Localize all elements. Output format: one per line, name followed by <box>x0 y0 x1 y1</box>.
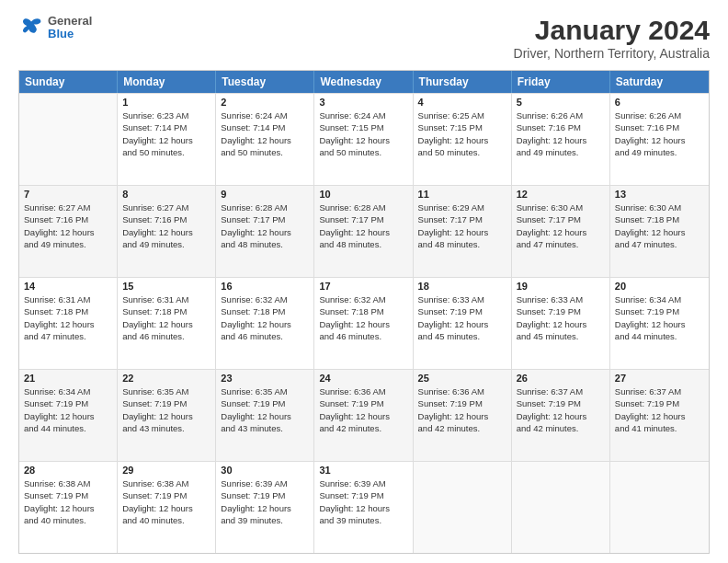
cell-info-line: Sunrise: 6:38 AM <box>122 477 210 489</box>
cell-info-line: Daylight: 12 hours <box>418 226 506 238</box>
cell-info-line: Daylight: 12 hours <box>221 226 309 238</box>
cell-info-line: Sunset: 7:19 PM <box>122 489 210 501</box>
logo-general: General <box>48 15 92 28</box>
calendar-cell: 10Sunrise: 6:28 AMSunset: 7:17 PMDayligh… <box>314 186 413 277</box>
cell-info-line: Daylight: 12 hours <box>517 134 605 146</box>
day-number: 23 <box>221 373 309 384</box>
calendar-cell <box>19 94 118 185</box>
cell-info-line: Daylight: 12 hours <box>517 318 605 330</box>
cell-info-line: and 49 minutes. <box>517 146 605 158</box>
cell-info-line: Sunset: 7:18 PM <box>319 305 407 317</box>
cell-info-line: and 42 minutes. <box>319 422 407 434</box>
cell-info-line: Sunrise: 6:26 AM <box>517 109 605 121</box>
day-number: 16 <box>221 281 309 292</box>
day-number: 4 <box>418 97 506 108</box>
cell-info-line: Sunset: 7:18 PM <box>122 305 210 317</box>
day-header-thursday: Thursday <box>414 71 512 93</box>
cell-info-line: and 40 minutes. <box>122 514 210 526</box>
cell-info-line: Sunrise: 6:28 AM <box>319 201 407 213</box>
day-number: 26 <box>517 373 605 384</box>
cell-info-line: Sunrise: 6:24 AM <box>221 109 309 121</box>
cell-info-line: Daylight: 12 hours <box>615 134 704 146</box>
cell-info-line: and 48 minutes. <box>319 238 407 250</box>
logo: General Blue <box>18 15 92 41</box>
day-number: 14 <box>24 281 112 292</box>
cell-info-line: and 42 minutes. <box>418 422 506 434</box>
day-number: 24 <box>319 373 407 384</box>
calendar-cell: 4Sunrise: 6:25 AMSunset: 7:15 PMDaylight… <box>414 94 512 185</box>
day-number: 22 <box>122 373 210 384</box>
cell-info-line: and 47 minutes. <box>24 330 112 342</box>
cell-info-line: and 48 minutes. <box>418 238 506 250</box>
day-number: 11 <box>418 189 506 200</box>
cell-info-line: Daylight: 12 hours <box>319 134 407 146</box>
calendar-cell: 27Sunrise: 6:37 AMSunset: 7:19 PMDayligh… <box>610 370 709 461</box>
cell-info-line: Sunset: 7:19 PM <box>418 397 506 409</box>
cell-info-line: Sunset: 7:17 PM <box>517 213 605 225</box>
cell-info-line: Sunset: 7:16 PM <box>122 213 210 225</box>
calendar-cell: 19Sunrise: 6:33 AMSunset: 7:19 PMDayligh… <box>512 278 610 369</box>
cell-info-line: Sunrise: 6:23 AM <box>122 109 210 121</box>
day-number: 30 <box>221 465 309 476</box>
day-number: 3 <box>319 97 407 108</box>
cell-info-line: Sunset: 7:19 PM <box>221 489 309 501</box>
calendar-title: January 2024 <box>514 15 710 46</box>
day-number: 21 <box>24 373 112 384</box>
cell-info-line: Daylight: 12 hours <box>122 226 210 238</box>
day-number: 7 <box>24 189 112 200</box>
calendar-cell: 14Sunrise: 6:31 AMSunset: 7:18 PMDayligh… <box>19 278 118 369</box>
calendar-cell <box>414 462 512 553</box>
logo-bird-icon <box>18 15 44 40</box>
cell-info-line: Daylight: 12 hours <box>319 410 407 422</box>
calendar-cell: 30Sunrise: 6:39 AMSunset: 7:19 PMDayligh… <box>216 462 314 553</box>
cell-info-line: and 42 minutes. <box>517 422 605 434</box>
calendar-cell: 8Sunrise: 6:27 AMSunset: 7:16 PMDaylight… <box>118 186 216 277</box>
calendar-header: SundayMondayTuesdayWednesdayThursdayFrid… <box>19 71 709 93</box>
cell-info-line: Daylight: 12 hours <box>122 318 210 330</box>
cell-info-line: Daylight: 12 hours <box>221 318 309 330</box>
cell-info-line: Sunrise: 6:35 AM <box>221 385 309 397</box>
calendar-cell: 1Sunrise: 6:23 AMSunset: 7:14 PMDaylight… <box>118 94 216 185</box>
cell-info-line: Sunrise: 6:30 AM <box>517 201 605 213</box>
day-number: 17 <box>319 281 407 292</box>
calendar-cell: 20Sunrise: 6:34 AMSunset: 7:19 PMDayligh… <box>610 278 709 369</box>
cell-info-line: Daylight: 12 hours <box>221 134 309 146</box>
cell-info-line: and 46 minutes. <box>221 330 309 342</box>
day-number: 12 <box>517 189 605 200</box>
day-number: 31 <box>319 465 407 476</box>
cell-info-line: and 45 minutes. <box>517 330 605 342</box>
calendar-cell: 6Sunrise: 6:26 AMSunset: 7:16 PMDaylight… <box>610 94 709 185</box>
cell-info-line: Daylight: 12 hours <box>517 226 605 238</box>
cell-info-line: Sunset: 7:16 PM <box>517 121 605 133</box>
calendar-body: 1Sunrise: 6:23 AMSunset: 7:14 PMDaylight… <box>19 93 709 553</box>
calendar-cell: 3Sunrise: 6:24 AMSunset: 7:15 PMDaylight… <box>314 94 413 185</box>
day-number: 6 <box>615 97 704 108</box>
calendar-cell: 29Sunrise: 6:38 AMSunset: 7:19 PMDayligh… <box>118 462 216 553</box>
cell-info-line: and 48 minutes. <box>221 238 309 250</box>
cell-info-line: and 43 minutes. <box>122 422 210 434</box>
cell-info-line: Sunrise: 6:26 AM <box>615 109 704 121</box>
day-number: 1 <box>122 97 210 108</box>
cell-info-line: Daylight: 12 hours <box>24 502 112 514</box>
cell-info-line: Sunrise: 6:35 AM <box>122 385 210 397</box>
cell-info-line: and 50 minutes. <box>319 146 407 158</box>
cell-info-line: and 45 minutes. <box>418 330 506 342</box>
day-number: 8 <box>122 189 210 200</box>
day-number: 29 <box>122 465 210 476</box>
calendar-cell: 18Sunrise: 6:33 AMSunset: 7:19 PMDayligh… <box>414 278 512 369</box>
cell-info-line: Sunset: 7:19 PM <box>221 397 309 409</box>
cell-info-line: Sunrise: 6:29 AM <box>418 201 506 213</box>
cell-info-line: and 47 minutes. <box>517 238 605 250</box>
cell-info-line: Sunset: 7:19 PM <box>517 397 605 409</box>
day-number: 28 <box>24 465 112 476</box>
calendar-cell: 16Sunrise: 6:32 AMSunset: 7:18 PMDayligh… <box>216 278 314 369</box>
cell-info-line: Daylight: 12 hours <box>24 410 112 422</box>
cell-info-line: Sunset: 7:18 PM <box>24 305 112 317</box>
calendar-cell <box>610 462 709 553</box>
cell-info-line: Daylight: 12 hours <box>319 226 407 238</box>
cell-info-line: Sunrise: 6:25 AM <box>418 109 506 121</box>
day-number: 19 <box>517 281 605 292</box>
day-number: 25 <box>418 373 506 384</box>
cell-info-line: Daylight: 12 hours <box>418 410 506 422</box>
cell-info-line: Sunrise: 6:32 AM <box>221 293 309 305</box>
